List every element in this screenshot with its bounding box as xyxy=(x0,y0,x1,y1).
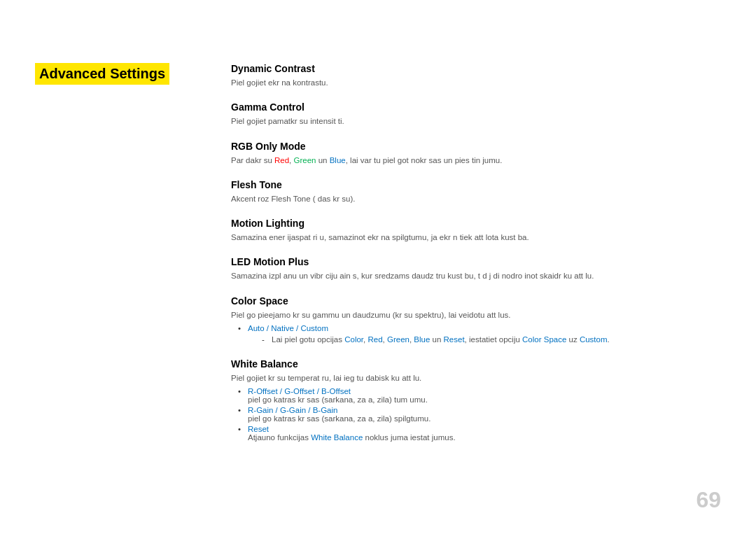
section-title-led-motion-plus: LED Motion Plus xyxy=(231,256,721,267)
white-balance-bullet-1: R-Offset / G-Offset / B-Offset piel go k… xyxy=(238,387,721,404)
section-white-balance: White Balance Piel gojiet kr su temperat… xyxy=(231,358,721,442)
section-title-gamma-control: Gamma Control xyxy=(231,101,721,113)
section-body-color-space: Piel go pieejamo kr su gammu un daudzumu… xyxy=(231,309,721,321)
page-number: 69 xyxy=(696,487,721,513)
title-box: Advanced Settings xyxy=(35,63,169,85)
section-body-flesh-tone: Akcent roz Flesh Tone ( das kr su). xyxy=(231,193,721,205)
white-balance-bullet-list: R-Offset / G-Offset / B-Offset piel go k… xyxy=(231,387,721,442)
color-space-dash-list: Lai piel gotu opcijas Color, Red, Green,… xyxy=(248,334,721,346)
white-balance-bullet-3: Reset Atjauno funkcijas White Balance no… xyxy=(238,425,721,442)
section-motion-lighting: Motion Lighting Samazina ener ijaspat ri… xyxy=(231,218,721,244)
content-area: Dynamic Contrast Piel gojiet ekr na kont… xyxy=(231,63,721,454)
page-title: Advanced Settings xyxy=(39,66,165,81)
section-rgb-only-mode: RGB Only Mode Par dakr su Red, Green un … xyxy=(231,141,721,167)
section-body-white-balance: Piel gojiet kr su temperat ru, lai ieg t… xyxy=(231,372,721,384)
color-space-bullet-1: Auto / Native / Custom Lai piel gotu opc… xyxy=(238,324,721,346)
section-body-gamma-control: Piel gojiet pamatkr su intensit ti. xyxy=(231,115,721,127)
section-color-space: Color Space Piel go pieejamo kr su gammu… xyxy=(231,295,721,346)
section-title-white-balance: White Balance xyxy=(231,358,721,370)
section-flesh-tone: Flesh Tone Akcent roz Flesh Tone ( das k… xyxy=(231,179,721,205)
section-title-rgb-only-mode: RGB Only Mode xyxy=(231,141,721,152)
section-led-motion-plus: LED Motion Plus Samazina izpl anu un vib… xyxy=(231,256,721,282)
section-gamma-control: Gamma Control Piel gojiet pamatkr su int… xyxy=(231,101,721,127)
color-space-dash-1: Lai piel gotu opcijas Color, Red, Green,… xyxy=(262,334,721,346)
white-balance-bullet-2: R-Gain / G-Gain / B-Gain piel go katras … xyxy=(238,406,721,423)
section-body-motion-lighting: Samazina ener ijaspat ri u, samazinot ek… xyxy=(231,232,721,244)
page-container: Advanced Settings Dynamic Contrast Piel … xyxy=(0,0,756,534)
section-title-motion-lighting: Motion Lighting xyxy=(231,218,721,229)
section-title-dynamic-contrast: Dynamic Contrast xyxy=(231,63,721,74)
color-space-bullet-list: Auto / Native / Custom Lai piel gotu opc… xyxy=(231,324,721,346)
section-title-color-space: Color Space xyxy=(231,295,721,307)
section-title-flesh-tone: Flesh Tone xyxy=(231,179,721,190)
section-dynamic-contrast: Dynamic Contrast Piel gojiet ekr na kont… xyxy=(231,63,721,89)
section-body-dynamic-contrast: Piel gojiet ekr na kontrastu. xyxy=(231,77,721,89)
section-body-rgb-only-mode: Par dakr su Red, Green un Blue, lai var … xyxy=(231,155,721,167)
section-body-led-motion-plus: Samazina izpl anu un vibr ciju ain s, ku… xyxy=(231,270,721,282)
